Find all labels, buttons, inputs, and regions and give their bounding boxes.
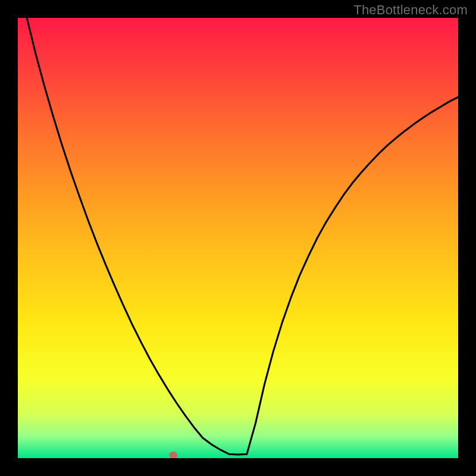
chart-svg [18,18,458,458]
chart-frame [18,18,458,458]
watermark-text: TheBottleneck.com [353,2,468,18]
chart-background [18,18,458,458]
